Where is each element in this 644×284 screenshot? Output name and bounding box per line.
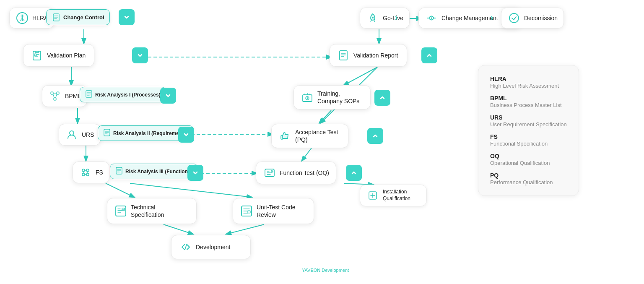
hazard-icon — [16, 11, 29, 25]
svg-line-8 — [226, 224, 264, 234]
unit-test-label: Unit-Test Code Review — [257, 203, 307, 219]
validation-report-node: Validation Report — [330, 44, 407, 67]
svg-line-24 — [431, 17, 432, 19]
installation-q-node: Installation Qualification — [360, 185, 427, 206]
legend-hlra-term: HLRA — [490, 76, 567, 82]
change-control-chevron[interactable] — [119, 9, 135, 25]
legend-urs-def: User Requirement Specification — [490, 121, 567, 128]
installation-icon — [366, 189, 379, 202]
installation-q-label: Installation Qualification — [383, 189, 421, 202]
urs-label: URS — [82, 131, 94, 138]
svg-point-30 — [57, 92, 59, 94]
risk1-label: Risk Analysis I (Processes) — [95, 92, 161, 98]
acceptance-test-node: Acceptance Test (PQ) — [271, 124, 348, 148]
svg-line-5 — [106, 183, 134, 197]
training-node: Training, Company SOPs — [293, 85, 371, 109]
svg-rect-49 — [248, 211, 250, 213]
svg-rect-46 — [116, 206, 126, 216]
acceptance-test-label: Acceptance Test (PQ) — [295, 128, 341, 143]
watermark: YAVEON Development — [302, 268, 349, 273]
doc-icon — [85, 90, 93, 99]
decomission-node: Decomission — [501, 8, 564, 29]
main-canvas: HLRA Change Control Go-Live — [0, 0, 644, 284]
report-icon — [337, 49, 350, 62]
legend-bpml-term: BPML — [490, 95, 567, 102]
svg-rect-28 — [340, 51, 347, 60]
thumbup-icon — [278, 129, 292, 143]
svg-point-23 — [372, 17, 374, 18]
svg-line-7 — [164, 224, 193, 234]
fs-label: FS — [96, 169, 103, 176]
svg-line-10 — [344, 67, 377, 85]
function-icon — [79, 166, 92, 179]
svg-line-6 — [130, 183, 252, 197]
change-control-label: Change Control — [63, 14, 104, 21]
process-icon — [48, 89, 62, 103]
acceptance-test-chevron[interactable] — [367, 128, 383, 144]
hlra-label: HLRA — [32, 15, 48, 21]
fs-chevron[interactable] — [187, 165, 203, 181]
unit-test-node: Unit-Test Code Review — [233, 198, 314, 224]
arrow-golive-cm: › — [395, 13, 398, 22]
legend-fs: FS Functional Specification — [490, 133, 567, 147]
legend-hlra-def: High Level Risk Assessment — [490, 83, 567, 89]
doc2-icon — [103, 129, 111, 138]
urs-chevron[interactable] — [178, 127, 194, 143]
function-test-label: Function Test (OQ) — [280, 169, 329, 176]
legend-fs-term: FS — [490, 133, 567, 140]
bpml-chevron[interactable] — [160, 88, 176, 104]
document-icon — [52, 13, 61, 22]
legend-urs-term: URS — [490, 114, 567, 121]
svg-line-19 — [319, 110, 331, 123]
legend-oq-term: OQ — [490, 153, 567, 159]
svg-rect-37 — [281, 135, 283, 139]
development-label: Development — [196, 244, 231, 250]
svg-point-41 — [86, 173, 89, 176]
svg-line-18 — [302, 147, 312, 161]
function-test-icon — [263, 166, 276, 180]
arrow-cm-dec: › — [491, 13, 493, 22]
change-control-node: Change Control — [46, 9, 110, 25]
svg-rect-27 — [34, 54, 36, 56]
legend-oq: OQ Operational Qualification — [490, 153, 567, 166]
svg-point-25 — [509, 13, 519, 23]
svg-point-35 — [70, 131, 74, 135]
rocket-icon — [366, 11, 379, 25]
legend-urs: URS User Requirement Specification — [490, 114, 567, 128]
legend-pq-def: Performance Qualification — [490, 179, 567, 185]
training-chevron[interactable] — [374, 90, 390, 106]
go-live-node: Go-Live — [360, 8, 410, 29]
go-live-label: Go-Live — [383, 15, 403, 21]
svg-point-31 — [54, 98, 56, 100]
legend-pq-term: PQ — [490, 172, 567, 179]
risk1-node: Risk Analysis I (Processes) — [80, 87, 166, 102]
bpml-label: BPML — [65, 93, 81, 99]
legend-pq: PQ Performance Qualification — [490, 172, 567, 185]
check-circle-icon — [507, 11, 521, 25]
legend-oq-def: Operational Qualification — [490, 160, 567, 166]
validation-report-chevron[interactable] — [421, 47, 437, 63]
development-icon — [179, 240, 192, 254]
urs-node: URS — [59, 124, 101, 146]
unit-test-icon — [240, 204, 253, 218]
validation-plan-node: Validation Plan — [23, 44, 94, 67]
svg-point-40 — [82, 173, 85, 176]
risk3-label: Risk Analysis III (Functions) — [125, 169, 192, 175]
flow-icon — [425, 11, 438, 25]
fs-node: FS — [73, 162, 109, 183]
legend-fs-def: Functional Specification — [490, 141, 567, 147]
legend-bpml-def: Business Process Master List — [490, 102, 567, 108]
legend-panel: HLRA High Level Risk Assessment BPML Bus… — [478, 65, 579, 196]
svg-point-39 — [86, 169, 89, 172]
function-test-chevron[interactable] — [346, 165, 362, 181]
legend-bpml: BPML Business Process Master List — [490, 95, 567, 108]
tech-spec-icon — [114, 204, 127, 218]
risk3-node: Risk Analysis III (Functions) — [110, 164, 198, 179]
change-management-label: Change Management — [441, 15, 498, 21]
user-icon — [65, 128, 78, 141]
tech-spec-label: Technical Specification — [131, 203, 190, 219]
legend-hlra: HLRA High Level Risk Assessment — [490, 76, 567, 89]
svg-point-29 — [51, 92, 53, 94]
training-icon — [301, 91, 314, 104]
validation-plan-chevron[interactable] — [132, 47, 148, 63]
